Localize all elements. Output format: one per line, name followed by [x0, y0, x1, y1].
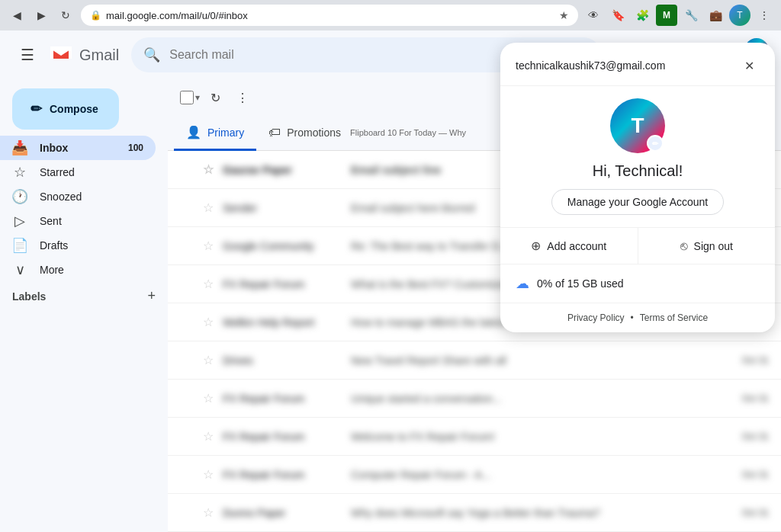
compose-icon: ✏ [31, 101, 42, 117]
compose-button[interactable]: ✏ Compose [12, 88, 119, 130]
star-icon[interactable]: ☆ [203, 162, 214, 177]
bookmark-icon[interactable]: 🔖 [607, 5, 628, 26]
popup-action-buttons: ⊕ Add account ⎋ Sign out [500, 227, 775, 264]
star-icon[interactable]: ☆ [203, 277, 214, 291]
terms-of-service-link[interactable]: Terms of Service [640, 312, 708, 323]
chrome-menu-icon[interactable]: ⋮ [754, 5, 775, 26]
ext2-icon[interactable]: 🔧 [680, 5, 702, 26]
starred-label: Starred [40, 166, 143, 178]
inbox-label: Inbox [40, 142, 116, 154]
sent-label: Sent [40, 215, 143, 227]
sidebar-item-sent[interactable]: ▷ Sent [0, 209, 156, 233]
storage-info: ☁ 0% of 15 GB used [500, 264, 775, 303]
gmail-logo: Gmail [49, 43, 119, 67]
email-subject: Why does Microsoft say Yoga a Better tha… [351, 507, 730, 519]
email-sender: Drives [223, 354, 345, 367]
hamburger-icon: ☰ [21, 46, 34, 64]
sidebar: ✏ Compose 📥 Inbox 100 ☆ Starred 🕐 Snooze… [0, 79, 168, 532]
forward-button[interactable]: ▶ [31, 5, 52, 26]
email-sender: Sender [223, 202, 345, 214]
extensions-icon[interactable]: 🧩 [632, 5, 653, 26]
email-sender: Gaurav Paper [223, 164, 345, 176]
browser-chrome: ◀ ▶ ↻ 🔒 mail.google.com/mail/u/0/#inbox … [0, 0, 781, 30]
email-sender: FX Repair Forum [223, 469, 345, 481]
account-popup: technicalkaushik73@gmail.com ✕ T ✏ Hi, T… [500, 43, 775, 332]
inbox-icon: 📥 [12, 139, 27, 156]
more-label: More [40, 264, 143, 276]
popup-header: technicalkaushik73@gmail.com ✕ [500, 43, 775, 86]
star-icon[interactable]: ☆ [203, 353, 214, 367]
more-toolbar-button[interactable]: ⋮ [230, 85, 255, 110]
sidebar-item-inbox[interactable]: 📥 Inbox 100 [0, 136, 156, 160]
add-account-label: Add account [547, 240, 606, 252]
ext3-icon[interactable]: 💼 [705, 5, 726, 26]
add-label-button[interactable]: + [147, 288, 156, 304]
account-email: technicalkaushik73@gmail.com [516, 59, 665, 72]
medium-icon[interactable]: M [656, 5, 677, 26]
sidebar-item-starred[interactable]: ☆ Starred [0, 160, 156, 184]
email-time: Oct 31 [742, 431, 769, 442]
table-row[interactable]: ☆ Dunno Paper Why does Microsoft say Yog… [168, 494, 781, 532]
email-subject: Welcome to FX Repair Forum! [351, 431, 730, 443]
email-time: Oct 31 [742, 470, 769, 480]
snoozed-icon: 🕐 [12, 188, 27, 205]
manage-account-button[interactable]: Manage your Google Account [551, 189, 724, 215]
star-icon[interactable]: ☆ [203, 315, 214, 329]
sidebar-item-snoozed[interactable]: 🕐 Snoozed [0, 184, 156, 209]
select-all-checkbox[interactable] [180, 91, 194, 104]
email-sender: FX Repair Forum [223, 431, 345, 443]
refresh-button[interactable]: ↻ [203, 85, 227, 110]
starred-icon: ☆ [12, 164, 27, 181]
email-subject: Unique started a conversation... [351, 393, 730, 405]
sidebar-item-drafts[interactable]: 📄 Drafts [0, 233, 156, 258]
email-sender: FX Repair Forum [223, 393, 345, 405]
table-row[interactable]: ☆ Drives New Travel Report Share with al… [168, 341, 781, 380]
star-icon[interactable]: ☆ [203, 391, 214, 405]
table-row[interactable]: ☆ FX Repair Forum Unique started a conve… [168, 380, 781, 418]
tab-promotions[interactable]: 🏷 Promotions Flipboard 10 For Today — Wh… [256, 116, 478, 151]
star-icon[interactable]: ☆ [203, 239, 214, 253]
drafts-icon: 📄 [12, 237, 27, 254]
email-subject: New Travel Report Share with all [351, 354, 730, 367]
star-icon[interactable]: ☆ [203, 467, 214, 482]
reload-button[interactable]: ↻ [55, 5, 76, 26]
email-subject: Computer Repair Forum - A... [351, 469, 730, 481]
more-chevron-icon: ∨ [12, 261, 27, 278]
star-icon[interactable]: ☆ [203, 429, 214, 444]
popup-profile-section: T ✏ Hi, Technical! Manage your Google Ac… [500, 86, 775, 227]
star-icon[interactable]: ☆ [203, 200, 214, 215]
gmail-m-icon [49, 43, 73, 67]
address-bar[interactable]: 🔒 mail.google.com/mail/u/0/#inbox ★ [81, 5, 578, 26]
eye-icon[interactable]: 👁 [583, 5, 604, 26]
avatar-initials: T [631, 114, 644, 138]
primary-tab-label: Primary [207, 127, 244, 139]
chrome-profile-avatar[interactable]: T [729, 5, 750, 26]
email-sender: Google Community [223, 240, 345, 252]
compose-label: Compose [50, 103, 98, 115]
privacy-policy-link[interactable]: Privacy Policy [567, 312, 625, 323]
primary-tab-icon: 👤 [186, 125, 201, 139]
popup-close-button[interactable]: ✕ [738, 55, 760, 76]
profile-avatar: T ✏ [610, 98, 665, 153]
email-time: Oct 31 [742, 393, 769, 404]
sign-out-label: Sign out [694, 240, 733, 252]
avatar-edit-badge[interactable]: ✏ [647, 135, 664, 152]
storage-usage-text: 0% of 15 GB used [537, 277, 624, 290]
add-account-button[interactable]: ⊕ Add account [500, 228, 638, 264]
labels-title: Labels [12, 290, 46, 303]
select-all-chevron[interactable]: ▾ [195, 92, 200, 103]
sign-out-button[interactable]: ⎋ Sign out [638, 228, 776, 264]
table-row[interactable]: ☆ FX Repair Forum Computer Repair Forum … [168, 456, 781, 494]
email-sender: Dunno Paper [223, 507, 345, 519]
labels-section-header: Labels + [0, 282, 168, 310]
sent-icon: ▷ [12, 213, 27, 229]
back-button[interactable]: ◀ [6, 5, 27, 26]
sidebar-item-more[interactable]: ∨ More [0, 258, 156, 282]
tab-primary[interactable]: 👤 Primary [174, 116, 256, 151]
hamburger-menu-button[interactable]: ☰ [12, 40, 43, 70]
star-icon[interactable]: ☆ [203, 505, 214, 520]
sign-out-icon: ⎋ [680, 239, 688, 253]
cloud-storage-icon: ☁ [516, 275, 529, 292]
promotions-tab-subtitle: Flipboard 10 For Today — Why [350, 128, 466, 137]
table-row[interactable]: ☆ FX Repair Forum Welcome to FX Repair F… [168, 418, 781, 456]
